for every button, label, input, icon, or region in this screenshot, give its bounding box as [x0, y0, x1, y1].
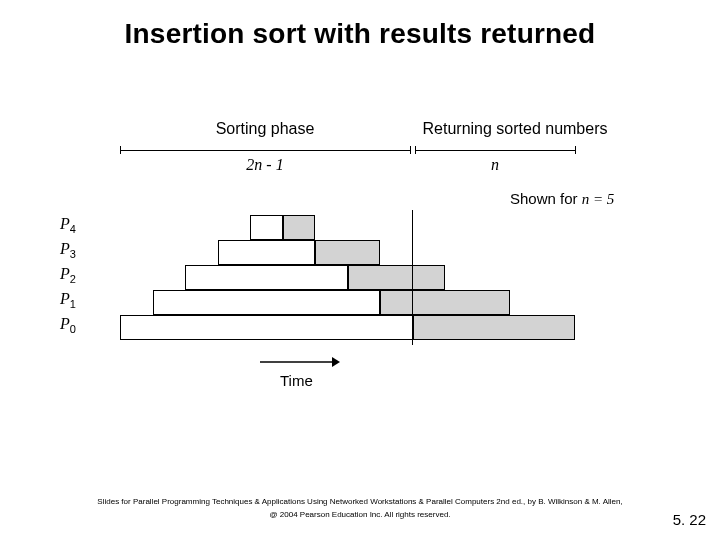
p3-sort-box — [218, 240, 316, 265]
range-line-right — [415, 150, 575, 151]
time-arrow — [260, 355, 340, 369]
process-label-p0: P0 — [60, 315, 76, 335]
p2-sort-box — [185, 265, 348, 290]
tick-mid-l — [410, 146, 411, 154]
phase-divider — [412, 210, 413, 345]
p0-sort-box — [120, 315, 413, 340]
p4-ret-box — [283, 215, 316, 240]
process-label-p4: P4 — [60, 215, 76, 235]
p2-ret-box — [348, 265, 446, 290]
timing-diagram: Sorting phase Returning sorted numbers 2… — [80, 120, 640, 420]
process-label-p3: P3 — [60, 240, 76, 260]
formula-n: n — [415, 156, 575, 174]
process-label-p2: P2 — [60, 265, 76, 285]
svg-marker-1 — [332, 357, 340, 367]
process-label-p1: P1 — [60, 290, 76, 310]
tick-start — [120, 146, 121, 154]
page-number: 5. 22 — [673, 511, 706, 528]
tick-mid-r — [415, 146, 416, 154]
time-label: Time — [280, 372, 313, 389]
p1-ret-box — [380, 290, 510, 315]
shown-for-n: Shown for n = 5 — [510, 190, 614, 208]
returning-label: Returning sorted numbers — [415, 120, 615, 138]
range-line-left — [120, 150, 410, 151]
page-title: Insertion sort with results returned — [0, 18, 720, 50]
tick-end — [575, 146, 576, 154]
sorting-phase-label: Sorting phase — [120, 120, 410, 138]
p1-sort-box — [153, 290, 381, 315]
p3-ret-box — [315, 240, 380, 265]
footer-attribution: Slides for Parallel Programming Techniqu… — [0, 496, 720, 522]
p4-sort-box — [250, 215, 283, 240]
p0-ret-box — [413, 315, 576, 340]
formula-2n-1: 2n - 1 — [120, 156, 410, 174]
